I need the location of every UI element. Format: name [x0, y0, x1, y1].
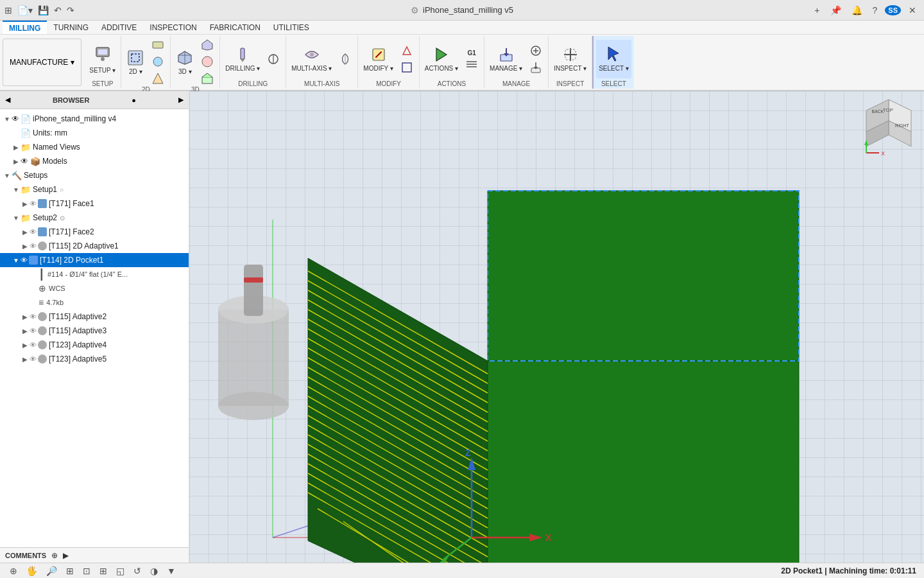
svg-marker-16	[436, 48, 447, 61]
3d-btn4[interactable]	[198, 71, 217, 86]
modify-btn2[interactable]	[397, 43, 416, 58]
svg-marker-38	[488, 191, 799, 361]
2d-btn3[interactable]	[148, 54, 167, 69]
adaptive5-op-icon	[38, 355, 47, 363]
actions-btn1[interactable]: ACTIONS ▾	[422, 40, 461, 78]
tab-additive[interactable]: ADDITIVE	[95, 21, 143, 34]
actions-g1-btn[interactable]: G1	[462, 48, 481, 58]
3d-btn2[interactable]	[198, 37, 217, 53]
adaptive2-op-icon	[38, 312, 47, 321]
sidebar-pin[interactable]: ●	[132, 96, 136, 104]
multiaxis-btn1[interactable]: MULTI-AXIS ▾	[289, 40, 334, 78]
adaptive2-eye-icon: 👁	[30, 313, 37, 320]
orbit-tool[interactable]: ⊕	[8, 565, 19, 577]
close-button[interactable]: ✕	[906, 4, 919, 17]
new-tab-button[interactable]: +	[812, 4, 822, 17]
tab-utilities[interactable]: UTILITIES	[267, 21, 316, 34]
manufacture-dropdown[interactable]: MANUFACTURE ▾	[3, 39, 81, 86]
2d-label: 2D ▾	[129, 68, 142, 75]
tree-subitem-wcs[interactable]: ⊕ WCS	[0, 281, 189, 295]
tree-item-setup1[interactable]: ▼ 📁 Setup1 ○	[0, 182, 189, 197]
drilling-btn1[interactable]: DRILLING ▾	[223, 40, 262, 78]
filesize-icon: ≡	[38, 297, 44, 308]
tree-item-adaptive1[interactable]: ▶ 👁 [T115] 2D Adaptive1	[0, 239, 189, 253]
tab-fabrication[interactable]: FABRICATION	[203, 21, 267, 34]
tree-item-face2[interactable]: ▶ 👁 [T171] Face2	[0, 225, 189, 239]
modify-btn1[interactable]: MODIFY ▾	[361, 40, 395, 78]
tree-item-adaptive2[interactable]: ▶ 👁 [T115] Adaptive2	[0, 310, 189, 324]
inspect-btn1[interactable]: INSPECT ▾	[551, 40, 589, 78]
svg-rect-8	[202, 77, 212, 83]
expand-icon[interactable]: ▶	[63, 551, 69, 560]
svg-marker-6	[153, 73, 163, 83]
manage-export-btn[interactable]	[526, 60, 545, 75]
viewport[interactable]: X Y Z TOP RIGHT	[189, 91, 924, 563]
svg-marker-28	[608, 47, 619, 61]
tab-inspection[interactable]: INSPECTION	[143, 21, 203, 34]
tree-item-pocket1[interactable]: ▼ 👁 [T114] 2D Pocket1	[0, 253, 189, 267]
more-display-btn[interactable]: ▼	[165, 565, 178, 577]
tree-item-named-views[interactable]: ▶ 📁 Named Views	[0, 140, 189, 154]
grid-btn[interactable]: ⊞	[98, 565, 109, 577]
tab-turning[interactable]: TURNING	[47, 21, 95, 34]
user-avatar[interactable]: SS	[885, 5, 901, 15]
actions-label: ACTIONS ▾	[425, 65, 458, 72]
modify-items: MODIFY ▾	[361, 37, 416, 80]
svg-text:TOP: TOP	[883, 107, 893, 113]
zoom-fit-tool[interactable]: ⊞	[64, 565, 76, 577]
named-views-arrow: ▶	[12, 144, 21, 151]
tree-root[interactable]: ▼ 👁 📄 iPhone_stand_milling v4	[0, 112, 189, 126]
undo-button[interactable]: ↶	[52, 4, 64, 17]
tree-item-adaptive3[interactable]: ▶ 👁 [T115] Adaptive3	[0, 324, 189, 338]
sidebar-collapse-icon[interactable]: ◀	[5, 96, 10, 104]
modify-label: MODIFY ▾	[363, 65, 393, 72]
tree-item-setup2[interactable]: ▼ 📁 Setup2 ⊙	[0, 211, 189, 225]
tree-subitem-tool[interactable]: ┃ #114 - Ø1/4" flat (1/4" E...	[0, 267, 189, 281]
view-cube[interactable]: TOP RIGHT BACK X	[860, 96, 918, 154]
3d-btn1[interactable]: 3D ▾	[173, 42, 196, 81]
sidebar-expand[interactable]: ▶	[178, 96, 184, 104]
actions-list-btn[interactable]	[462, 59, 481, 69]
manage-btn1[interactable]: MANAGE ▾	[487, 40, 525, 78]
tree-item-face1[interactable]: ▶ 👁 [T171] Face1	[0, 197, 189, 211]
tree-subitem-filesize[interactable]: ≡ 4.7kb	[0, 295, 189, 310]
sidebar-content: ▼ 👁 📄 iPhone_stand_milling v4 📄 Units: m…	[0, 109, 189, 547]
2d-btn1[interactable]: 2D ▾	[124, 42, 147, 81]
manage-tool-btn[interactable]	[526, 43, 545, 58]
setup2-badge: ⊙	[60, 215, 65, 222]
setup1-badge: ○	[60, 186, 64, 193]
tree-item-adaptive5[interactable]: ▶ 👁 [T123] Adaptive5	[0, 352, 189, 366]
file-menu-icon[interactable]: 📄▾	[15, 4, 35, 17]
units-icon: 📄	[21, 128, 31, 138]
shadow-btn[interactable]: ◑	[148, 565, 160, 577]
3d-btn3[interactable]	[198, 54, 217, 69]
display-mode-btn[interactable]: ⊡	[81, 565, 92, 577]
save-button[interactable]: 💾	[36, 4, 51, 17]
2d-btn2[interactable]	[148, 37, 167, 53]
modify-btn3[interactable]	[397, 60, 416, 75]
tree-item-models[interactable]: ▶ 👁 📦 Models	[0, 154, 189, 168]
2d-btn4[interactable]	[148, 71, 167, 86]
select-button[interactable]: SELECT ▾	[596, 40, 631, 78]
zoom-tool[interactable]: 🔎	[44, 565, 59, 577]
adaptive4-arrow: ▶	[21, 342, 30, 349]
sidebar: ◀ BROWSER ● ▶ ▼ 👁 📄 iPhone_stand_milling…	[0, 91, 189, 563]
add-comment-icon[interactable]: ⊕	[51, 551, 58, 560]
setup-button[interactable]: SETUP ▾	[87, 40, 118, 78]
tree-item-units[interactable]: 📄 Units: mm	[0, 126, 189, 140]
tree-item-adaptive4[interactable]: ▶ 👁 [T123] Adaptive4	[0, 338, 189, 352]
pan-tool[interactable]: 🖐	[24, 565, 39, 577]
ground-btn[interactable]: ◱	[114, 565, 126, 577]
svg-point-2	[101, 57, 105, 61]
svg-marker-40	[488, 361, 799, 563]
svg-text:BACK: BACK	[871, 109, 884, 114]
tab-milling[interactable]: MILLING	[3, 21, 47, 34]
app-grid-icon[interactable]: ⊞	[3, 4, 14, 17]
redo-button[interactable]: ↷	[65, 4, 76, 17]
drilling-btn2[interactable]	[264, 51, 283, 67]
multiaxis-btn2[interactable]	[336, 51, 355, 67]
sidebar-title: BROWSER	[53, 96, 89, 104]
help-button[interactable]: ?	[870, 4, 880, 17]
rotation-btn[interactable]: ↺	[132, 565, 143, 577]
tree-item-setups[interactable]: ▼ 🔨 Setups	[0, 168, 189, 182]
